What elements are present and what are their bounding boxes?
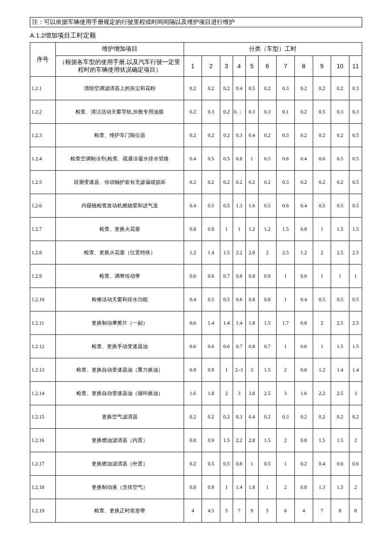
cell-value: 3	[349, 382, 362, 405]
header-desc-line1: 维护增加项目	[55, 43, 184, 56]
cell-value: 2	[277, 358, 295, 382]
cell-value: 1.5	[349, 335, 362, 358]
cell-value: 1	[277, 264, 295, 288]
cell-value: 0.6	[313, 147, 331, 171]
table-row: 1.2.6内窥镜检查发动机燃烧室和进气道0.40.50.51.31.60.50.…	[30, 194, 362, 218]
header-col-3: 3	[220, 56, 233, 77]
table-row: 1.2.17更换燃油滤清器（外置）0.20.50.50.810.510.20.4…	[30, 452, 362, 476]
cell-value: 2	[220, 382, 233, 405]
cell-value: 0.5	[349, 124, 362, 147]
cell-value: 0.5	[313, 100, 331, 124]
cell-value: 1.5	[331, 335, 349, 358]
table-row: 1.2.7检查、更换火花塞0.80.9111.21.21.50.811.51.5	[30, 218, 362, 241]
cell-value: 0.3	[202, 100, 220, 124]
cell-value: 0.5	[220, 194, 233, 218]
cell-value: 1	[313, 218, 331, 241]
cell-value: 0.6	[277, 194, 295, 218]
cell-value: 0.2	[294, 124, 313, 147]
cell-value: 1	[220, 358, 233, 382]
cell-value: 1	[277, 335, 295, 358]
cell-seq: 1.2.10	[30, 288, 56, 311]
table-row: 1.2.10检修活动天窗和排水功能0.40.50.50.60.80.810.40…	[30, 288, 362, 311]
cell-value: 0.9	[202, 429, 220, 452]
cell-value: 0.2	[184, 452, 202, 476]
cell-value: 1.2	[313, 358, 331, 382]
cell-value: 0.5	[349, 147, 362, 171]
cell-value: 0.7	[258, 335, 277, 358]
table-row: 1.2.15更换空气滤清器0.20.20.20.30.40.20.30.20.2…	[30, 405, 362, 429]
cell-value: 0.3	[277, 124, 295, 147]
table-row: 1.2.2检查、清洁活动天窗导轨,涂敷专用油脂0.20.30.20.；；0.30…	[30, 100, 362, 124]
cell-value: 0.6	[294, 335, 313, 358]
header-col-7: 7	[277, 56, 295, 77]
cell-value: 2	[277, 476, 295, 499]
cell-desc: 更换空气滤清器	[55, 405, 184, 429]
cell-value: 0.5	[220, 452, 233, 476]
cell-value: 5	[258, 499, 277, 523]
cell-value: 0.2	[294, 452, 313, 476]
cell-value: 0.5	[202, 194, 220, 218]
cell-value: 0.6	[184, 264, 202, 288]
cell-value: 0.8	[184, 429, 202, 452]
cell-value: 0.2	[331, 171, 349, 194]
cell-seq: 1.2.6	[30, 194, 56, 218]
header-col-1: 1	[184, 56, 202, 77]
cell-desc: 更换制动液（含排空气）	[55, 476, 184, 499]
cell-value: 1	[220, 218, 233, 241]
cell-value: 0.6	[202, 264, 220, 288]
cell-value: 0.5	[245, 77, 258, 100]
cell-value: 1.7	[277, 311, 295, 335]
cell-desc: 检修活动天窗和排水功能	[55, 288, 184, 311]
cell-value: 0.2	[202, 405, 220, 429]
cell-value: 0.5	[202, 452, 220, 476]
cell-value: 0.2	[220, 77, 233, 100]
cell-value: 2.5	[349, 311, 362, 335]
cell-value: 0.2	[258, 171, 277, 194]
cell-value: 0.5	[202, 147, 220, 171]
table-row: 1.2.18更换制动液（含排空气）0.80.911.41.8120.81.31.…	[30, 476, 362, 499]
cell-value: 0.5	[258, 452, 277, 476]
cell-value: 0.2	[220, 124, 233, 147]
cell-value: 0.8	[184, 218, 202, 241]
cell-value: 1.5	[220, 429, 233, 452]
cell-value: 0.9	[258, 264, 277, 288]
cell-value: 1.8	[245, 311, 258, 335]
cell-value: 1	[245, 452, 258, 476]
cell-value: 0.2	[202, 171, 220, 194]
cell-value: 0.2	[294, 171, 313, 194]
cell-value: 1.6	[294, 382, 313, 405]
cell-seq: 1.2.2	[30, 100, 56, 124]
table-row: 1.2.14检查、更换自动变速器油（循环换油）1.61.8233.82.531.…	[30, 382, 362, 405]
cell-value: 2.2	[233, 241, 245, 264]
cell-value: 1.4	[202, 311, 220, 335]
cell-seq: 1.2.15	[30, 405, 56, 429]
cell-value: 0.2	[202, 124, 220, 147]
cell-seq: 1.2.18	[30, 476, 56, 499]
cell-value: 0.2	[220, 100, 233, 124]
cell-value: 1.5	[331, 429, 349, 452]
cell-value: 1	[277, 452, 295, 476]
cell-value: 0.2	[313, 171, 331, 194]
cell-value: 1.2	[294, 241, 313, 264]
cell-value: 0.5	[349, 288, 362, 311]
cell-value: 2	[349, 429, 362, 452]
cell-value: 0.1	[277, 100, 295, 124]
note-text: 注：可以依据车辆使用手册规定的行驶里程或时间间隔以及维护项目进行维护	[32, 19, 235, 25]
cell-value: 0.4	[313, 452, 331, 476]
cell-desc: 检查、调整传动带	[55, 264, 184, 288]
cell-seq: 1.2.7	[30, 218, 56, 241]
cell-value: 0.2	[220, 405, 233, 429]
cell-value: 0.3	[349, 100, 362, 124]
cell-value: 0.3	[277, 171, 295, 194]
cell-value: 0.8	[245, 288, 258, 311]
cell-value: 0.3	[233, 405, 245, 429]
cell-value: 0.2	[184, 124, 202, 147]
cell-value: 3.8	[245, 382, 258, 405]
cell-value: 2.-1	[233, 358, 245, 382]
cell-seq: 1.2.14	[30, 382, 56, 405]
cell-value: 0.4	[184, 147, 202, 171]
cell-value: 1.5	[331, 476, 349, 499]
cell-value: 0.8	[233, 452, 245, 476]
cell-value: 1.6	[245, 194, 258, 218]
cell-value: 1.3	[233, 194, 245, 218]
